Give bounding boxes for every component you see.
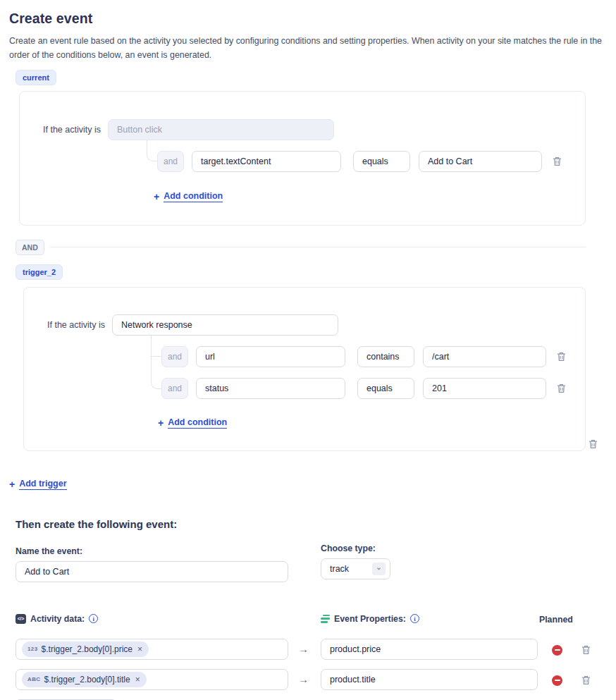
mapping-row: 123 $.trigger_2.body[0].price × → — [0, 639, 616, 660]
event-name-input[interactable] — [16, 561, 288, 582]
trigger-badge-current: current — [16, 70, 56, 85]
condition-field-input[interactable] — [196, 346, 345, 367]
page-title: Create event — [9, 11, 607, 27]
minus-icon — [552, 645, 562, 656]
activity-type-input[interactable] — [108, 119, 334, 140]
info-icon[interactable]: i — [89, 614, 98, 623]
condition-value-input[interactable] — [423, 346, 546, 367]
condition-value-input[interactable] — [419, 151, 542, 172]
plus-icon: + — [154, 191, 159, 202]
condition-value-input[interactable] — [423, 378, 546, 399]
pill-close-icon[interactable]: × — [137, 645, 142, 653]
delete-mapping-button[interactable] — [580, 674, 592, 687]
delete-condition-button[interactable] — [551, 155, 563, 168]
page-header: Create event Create an event rule based … — [0, 0, 616, 63]
mapping-source-field[interactable]: 123 $.trigger_2.body[0].price × — [16, 639, 288, 660]
trash-icon — [557, 353, 566, 364]
arrow-right-icon: → — [298, 673, 309, 685]
condition-row: and — [20, 151, 585, 172]
pill-close-icon[interactable]: × — [135, 675, 140, 684]
and-divider-chip: AND — [16, 240, 44, 255]
condition-operator-input[interactable] — [357, 378, 414, 399]
trash-icon — [589, 441, 598, 451]
add-trigger-link[interactable]: + Add trigger — [9, 479, 67, 490]
mapping-target-input[interactable] — [321, 669, 538, 690]
activity-label: If the activity is — [43, 125, 102, 135]
plus-icon: + — [9, 479, 15, 490]
planned-deny-button[interactable] — [550, 674, 564, 687]
trigger-card-1: If the activity is and + Add condition — [19, 91, 586, 226]
delete-trigger-button[interactable] — [587, 438, 599, 450]
mapping-pill: ABC $.trigger_2.body[0].title × — [22, 672, 147, 687]
info-icon[interactable]: i — [410, 614, 419, 623]
trigger-and-divider: AND — [16, 240, 586, 255]
mapping-row: ABC $.trigger_2.body[0].title × → — [0, 669, 616, 690]
condition-field-input[interactable] — [196, 378, 345, 399]
event-type-label: Choose type: — [321, 544, 390, 553]
event-type-value: track — [330, 564, 349, 574]
condition-operator-input[interactable] — [353, 151, 410, 172]
condition-row: and — [24, 346, 585, 367]
trash-icon — [581, 646, 591, 657]
activity-type-input[interactable] — [112, 314, 338, 336]
activity-label: If the activity is — [47, 320, 106, 330]
activity-data-icon: </> — [16, 614, 26, 624]
trash-icon — [557, 385, 566, 395]
mapping-source-field[interactable]: ABC $.trigger_2.body[0].title × — [16, 669, 288, 690]
pill-type-tag: 123 — [27, 646, 38, 652]
pill-type-tag: ABC — [27, 676, 41, 682]
mapping-pill: 123 $.trigger_2.body[0].price × — [22, 641, 149, 657]
delete-condition-button[interactable] — [555, 382, 567, 395]
event-section-heading: Then create the following event: — [16, 518, 616, 530]
event-type-select[interactable]: track ⌄ — [321, 558, 390, 579]
pill-path: $.trigger_2.body[0].title — [44, 675, 130, 684]
plus-icon: + — [158, 417, 164, 429]
pill-path: $.trigger_2.body[0].price — [42, 644, 133, 654]
condition-field-input[interactable] — [192, 151, 341, 172]
add-condition-link[interactable]: + Add condition — [154, 191, 223, 202]
divider-line — [50, 247, 586, 247]
arrow-right-icon: → — [298, 643, 309, 655]
event-properties-icon — [321, 614, 330, 623]
delete-mapping-button[interactable] — [580, 644, 592, 656]
planned-header: Planned — [539, 615, 573, 625]
planned-deny-button[interactable] — [550, 644, 564, 657]
trigger-card-2: If the activity is and and — [23, 287, 586, 451]
chevron-down-icon: ⌄ — [372, 563, 386, 575]
condition-row: and — [24, 378, 585, 399]
trash-icon — [581, 677, 591, 687]
event-name-label: Name the event: — [16, 546, 288, 556]
add-condition-link[interactable]: + Add condition — [158, 417, 227, 429]
mapping-target-input[interactable] — [321, 639, 538, 660]
delete-condition-button[interactable] — [555, 350, 567, 363]
page-description: Create an event rule based on the activi… — [9, 35, 607, 63]
trash-icon — [553, 158, 562, 168]
activity-data-header: Activity data: — [30, 614, 85, 624]
and-chip: and — [161, 346, 188, 367]
condition-operator-input[interactable] — [357, 346, 414, 367]
trigger-badge-trigger2: trigger_2 — [16, 264, 63, 280]
and-chip: and — [157, 151, 184, 172]
minus-icon — [552, 675, 562, 686]
and-chip: and — [161, 378, 188, 399]
event-properties-header: Event Properties: — [334, 614, 406, 624]
